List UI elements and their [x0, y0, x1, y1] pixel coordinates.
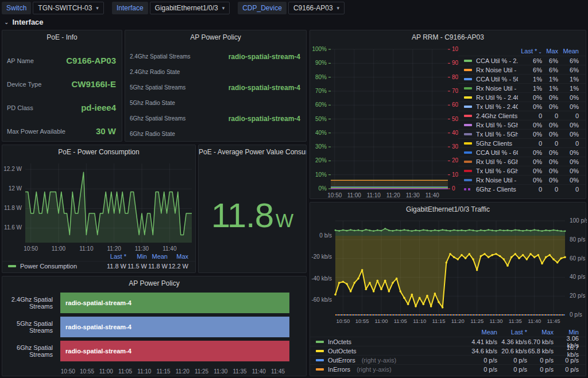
variable-switch-label: Switch: [2, 2, 31, 14]
legend-column-header[interactable]: Mean: [147, 253, 168, 260]
legend-row[interactable]: Rx Noise Util - 5Ghz1%1%1%: [458, 83, 586, 92]
legend-column-header[interactable]: Max: [168, 253, 188, 260]
legend-row[interactable]: Rx Util % - 2.4Ghz0%0%0%: [458, 92, 586, 102]
svg-text:11:00: 11:00: [347, 192, 362, 198]
panel-ap-rrm-title[interactable]: AP RRM - C9166-AP03: [310, 30, 586, 44]
legend-row[interactable]: 5Ghz Clients(right y-axis)000: [458, 138, 586, 147]
legend-row[interactable]: Tx Util % - 5Ghz0%0%0%: [458, 129, 586, 138]
legend-row[interactable]: Rx Util % - 5Ghz0%0%0%: [458, 120, 586, 129]
variable-interface-dropdown[interactable]: GigabitEthernet1/0/3▾: [150, 2, 230, 14]
svg-text:10:50: 10:50: [336, 318, 350, 324]
x-axis-tick: 11:35: [233, 368, 246, 375]
legend-value: 0: [558, 112, 579, 119]
policy-bar[interactable]: radio-spatial-stream-4: [60, 317, 289, 337]
legend-row[interactable]: InOctets4.41 kb/s4.36 kb/s6.70 kb/s3.06 …: [310, 337, 586, 346]
svg-text:11:10: 11:10: [79, 245, 94, 252]
legend-value: 20.6 kb/s: [497, 348, 527, 354]
legend-header: Last *⌄MaxMean: [458, 46, 586, 56]
legend-column-header[interactable]: Last *: [103, 253, 126, 260]
panel-poe-power-consumption-title[interactable]: PoE - Power Consumption: [2, 145, 195, 159]
policy-bar[interactable]: radio-spatial-stream-4: [60, 341, 289, 361]
policy-bar[interactable]: radio-spatial-stream-4: [60, 293, 289, 313]
legend-value: 1%: [542, 76, 558, 83]
svg-text:90%: 90%: [315, 60, 327, 66]
legend-row[interactable]: Power Consumption11.8 W11.5 W11.8 W12.2 …: [2, 261, 195, 270]
series-color-swatch: [464, 170, 472, 172]
legend-column-header[interactable]: Max: [542, 48, 558, 54]
legend-value: 0 p/s: [497, 366, 527, 373]
panel-interface-traffic-title[interactable]: GigabitEthernet1/0/3 Traffic: [310, 202, 586, 216]
ap-power-policy-row: 2.4Ghz Spatial Streamsradio-spatial-stre…: [130, 49, 300, 64]
svg-text:-40 kb/s: -40 kb/s: [311, 275, 332, 282]
field-label: Max Power Available: [7, 128, 65, 135]
variable-switch: Switch TGN-SWITCH-03▾: [2, 2, 104, 14]
series-color-swatch: [464, 133, 472, 135]
panel-poe-average-power: PoE - Average Power Value Consump... 11.…: [198, 145, 307, 273]
legend-column-header[interactable]: Mean: [558, 48, 579, 54]
field-value: pd-ieee4: [81, 103, 116, 112]
legend-value: 0%: [518, 103, 542, 110]
row-interface-collapse[interactable]: ⌄ Interface: [4, 18, 44, 26]
variable-switch-dropdown[interactable]: TGN-SWITCH-03▾: [33, 2, 104, 14]
svg-text:11:30: 11:30: [489, 318, 502, 324]
legend-row[interactable]: InErrors(right y-axis)0 p/s0 p/s0 p/s0 p…: [310, 364, 586, 373]
panel-ap-power-policy-timeline-title[interactable]: AP Power Policy: [2, 276, 306, 290]
panel-ap-power-policy-title[interactable]: AP Power Policy: [125, 30, 306, 44]
legend-row[interactable]: Rx Util % - 6Ghz0%0%0%: [458, 157, 586, 166]
series-color-swatch: [316, 368, 324, 371]
legend-value: 0: [558, 186, 579, 193]
legend-value: 0: [542, 140, 558, 147]
svg-text:11:20: 11:20: [386, 192, 401, 198]
variable-interface: Interface GigabitEthernet1/0/3▾: [112, 2, 230, 14]
legend-row[interactable]: CCA Util % - 6Ghz0%0%0%: [458, 147, 586, 157]
stat-unit: W: [276, 210, 293, 231]
legend-row[interactable]: Rx Noise Util - 2.4Ghz6%6%6%: [458, 65, 586, 74]
legend-row[interactable]: Tx Util % - 6Ghz0%0%0%: [458, 166, 586, 175]
legend-column-header[interactable]: Last *: [497, 329, 527, 336]
legend-value: 6%: [518, 67, 542, 73]
stat-value: 11.8: [211, 196, 273, 235]
traffic-chart[interactable]: 100 p/s80 p/s60 p/s40 p/s20 p/s0 p/s0 b/…: [310, 216, 587, 329]
legend-row[interactable]: Rx Noise Util - 6Ghz0%0%0%: [458, 175, 586, 184]
policy-bar-category: 2.4Ghz Spatial Streams: [2, 296, 57, 310]
legend-value: 1%: [542, 85, 558, 92]
svg-text:0%: 0%: [319, 185, 327, 192]
legend-column-header[interactable]: Mean: [465, 329, 497, 336]
legend-row[interactable]: Tx Util % - 2.4Ghz0%0%0%: [458, 102, 586, 111]
legend-column-header[interactable]: Min: [126, 253, 147, 260]
legend-value: 0%: [542, 103, 558, 110]
svg-text:40 p/s: 40 p/s: [570, 274, 585, 280]
field-label: 5Ghz Radio State: [130, 100, 175, 106]
legend-series-name: 6Ghz - Clients(right y-axis): [464, 186, 518, 193]
rrm-chart[interactable]: 0%010%1020%2030%3040%4050%5060%6070%7080…: [310, 45, 458, 202]
legend-value: 0%: [542, 158, 558, 165]
legend-row[interactable]: 6Ghz - Clients(right y-axis)000: [458, 184, 586, 193]
legend-row[interactable]: OutOctets34.6 kb/s20.6 kb/s65.8 kb/s16.7…: [310, 346, 586, 355]
legend-value: 0%: [558, 158, 579, 165]
svg-text:90: 90: [452, 60, 458, 66]
ap-power-policy-row: 5Ghz Spatial Streamsradio-spatial-stream…: [130, 80, 300, 95]
power-consumption-chart[interactable]: 12.2 W12 W11.8 W11.6 W10:5011:0011:1011:…: [2, 159, 196, 254]
policy-timeline-bars[interactable]: 2.4Ghz Spatial Streamsradio-spatial-stre…: [2, 293, 306, 365]
svg-text:11:40: 11:40: [163, 245, 177, 252]
panel-interface-traffic: GigabitEthernet1/0/3 Traffic 100 p/s80 p…: [310, 202, 586, 376]
legend-value: 1%: [558, 85, 579, 92]
legend-column-header[interactable]: Last *⌄: [518, 48, 542, 54]
legend-row[interactable]: 2.4Ghz Clients(right y-axis)000: [458, 111, 586, 120]
legend-value: 4.36 kb/s: [497, 338, 527, 345]
panel-poe-info: PoE - Info AP NameC9166-AP03Device TypeC…: [2, 30, 122, 142]
x-axis-tick: 11:00: [99, 368, 113, 375]
x-axis-tick: 11:10: [137, 368, 151, 375]
x-axis-tick: 11:15: [156, 368, 170, 375]
legend-column-header[interactable]: Max: [527, 329, 554, 336]
legend-value: 0%: [518, 94, 542, 101]
panel-poe-info-title[interactable]: PoE - Info: [2, 30, 122, 44]
legend-row[interactable]: CCA Util % - 5Ghz1%1%1%: [458, 74, 586, 83]
panel-poe-average-power-title[interactable]: PoE - Average Power Value Consump...: [199, 145, 306, 159]
legend-value: 0 p/s: [527, 366, 554, 373]
variable-cdp-device-label: CDP_Device: [238, 2, 287, 14]
legend-row[interactable]: CCA Util % - 2.4Ghz6%6%6%: [458, 56, 586, 65]
legend-value: 6%: [558, 57, 579, 64]
variable-cdp-device-dropdown[interactable]: C9166-AP03▾: [288, 2, 345, 14]
legend-row[interactable]: OutErrors(right y-axis)0 p/s0 p/s0 p/s0 …: [310, 355, 586, 364]
